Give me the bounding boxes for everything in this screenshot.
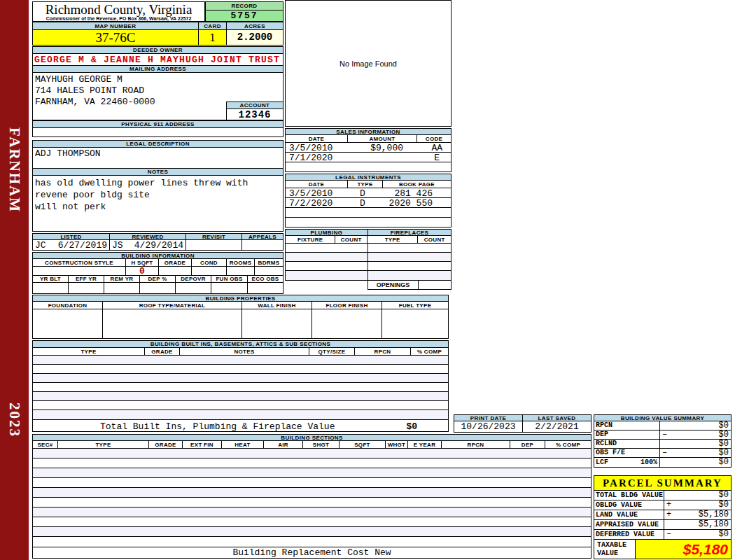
card-value: 1 bbox=[198, 29, 227, 46]
bvs-row-value: $0 bbox=[659, 457, 732, 468]
listed-by: JC bbox=[35, 240, 46, 251]
building-sections-row bbox=[32, 526, 592, 537]
bs-header-type: TYPE bbox=[58, 441, 149, 448]
reviewed-date: 4/29/2014 bbox=[134, 240, 183, 251]
parcel-row-name: LAND VALUE bbox=[594, 510, 664, 520]
appeals-value bbox=[242, 240, 283, 250]
parcel-row-name: DEFERRED VALUE bbox=[594, 529, 664, 540]
built-ins-header-rpcn: RPCN bbox=[355, 348, 411, 355]
built-ins-row bbox=[32, 410, 449, 420]
bs-header-heat: HEAT bbox=[222, 441, 264, 448]
parcel-row-value: $5,180 bbox=[664, 519, 732, 530]
bs-header-comp: % COMP bbox=[545, 441, 591, 448]
notes-line-3: will not perk bbox=[35, 201, 283, 213]
sales-row: 7/1/2020 E bbox=[285, 152, 451, 162]
built-ins-row bbox=[32, 364, 449, 374]
parcel-row-name: TOTAL BLDG VALUE bbox=[594, 490, 664, 500]
sidebar-year-label: 2023 bbox=[0, 396, 29, 444]
parcel-row-value: $0 bbox=[664, 490, 732, 500]
built-ins-header-grade: GRADE bbox=[145, 348, 180, 355]
plumbing-fireplaces-row bbox=[285, 270, 451, 281]
instruments-header-type: TYPE bbox=[348, 181, 383, 188]
bi-header-ecoobs: ECO OBS bbox=[248, 276, 283, 282]
building-sections-row bbox=[32, 458, 592, 468]
openings-value bbox=[418, 280, 451, 290]
building-sections-row bbox=[32, 448, 592, 458]
bi-header-construction-style: CONSTRUCTION STYLE bbox=[33, 259, 126, 266]
plumbing-fireplaces-row bbox=[285, 252, 451, 262]
building-sections-row bbox=[32, 536, 592, 547]
bs-header-air: AIR bbox=[264, 441, 303, 448]
built-ins-total-row: Total Built Ins, Plumbing & Fireplace Va… bbox=[32, 419, 449, 432]
county-subtitle: Commissioner of the Revenue, PO Box 366,… bbox=[33, 16, 204, 21]
parcel-row-name: OBLDG VALUE bbox=[594, 500, 664, 510]
fireplaces-header-type: TYPE bbox=[368, 236, 418, 243]
instrument-row: 3/5/2010 D 281 426 bbox=[285, 188, 451, 198]
review-header-revisit: REVISIT bbox=[186, 234, 242, 239]
bp-header-wall: WALL FINISH bbox=[242, 302, 312, 309]
bi-header-hsqft: H SQFT bbox=[126, 259, 159, 266]
bi-header-effyr: EFF YR bbox=[69, 276, 104, 282]
sales-row bbox=[285, 162, 451, 172]
county-title: Richmond County, Virginia bbox=[33, 2, 204, 16]
instrument-row bbox=[285, 207, 451, 218]
bvs-name: LCF bbox=[596, 458, 608, 466]
building-info-value-row-1: 0 bbox=[32, 266, 284, 276]
reviewed-by: JS bbox=[112, 240, 123, 251]
openings-label: OPENINGS bbox=[368, 280, 419, 290]
notes-line-1: has old dwelling power lines threw with bbox=[35, 177, 283, 189]
bs-header-whgt: WHGT bbox=[386, 441, 408, 448]
built-ins-header-notes: NOTES bbox=[180, 348, 309, 355]
bs-header-sqft: SQFT bbox=[340, 441, 386, 448]
parcel-op: – bbox=[666, 530, 671, 539]
listed-date: 6/27/2019 bbox=[58, 240, 107, 251]
sales-header-amount: AMOUNT bbox=[348, 135, 417, 142]
bvs-row-value: – $0 bbox=[659, 448, 732, 458]
notes-box: has old dwelling power lines threw with … bbox=[32, 175, 284, 232]
bvs-row-value: – $0 bbox=[659, 430, 732, 440]
property-record-card: FARNHAM 2023 Richmond County, Virginia C… bbox=[0, 0, 735, 560]
hsqft-value: 0 bbox=[126, 267, 159, 275]
instrument-row: 7/2/2020 D 2020 550 bbox=[285, 197, 451, 208]
building-properties-body bbox=[32, 309, 449, 339]
bvs-pct: 100% bbox=[640, 458, 657, 467]
bvs-row-value: $0 bbox=[659, 439, 732, 449]
review-value-row: JC 6/27/2019 JS 4/29/2014 bbox=[32, 239, 284, 251]
parcel-row-value: + $0 bbox=[664, 500, 732, 510]
building-sections-row bbox=[32, 497, 592, 507]
bs-header-shgt: SHGT bbox=[303, 441, 340, 448]
bvs-value: $0 bbox=[719, 449, 729, 457]
bvs-row: DEP bbox=[594, 430, 660, 440]
bs-header-grade: GRADE bbox=[149, 441, 183, 448]
bi-header-remyr: REM YR bbox=[104, 276, 140, 282]
taxable-value-label: TAXABLE VALUE bbox=[594, 539, 636, 559]
building-sections-row bbox=[32, 487, 592, 498]
building-sections-row bbox=[32, 517, 592, 527]
built-ins-row bbox=[32, 373, 449, 383]
bi-header-bdrms: BDRMS bbox=[255, 259, 283, 266]
bvs-op: – bbox=[662, 430, 667, 439]
sidebar-district-label: FARNHAM bbox=[0, 118, 29, 223]
bp-header-foundation: FOUNDATION bbox=[33, 302, 103, 309]
built-ins-row bbox=[32, 391, 449, 401]
acres-value: 2.2000 bbox=[226, 29, 284, 46]
footer-row: Building Replacement Cost New bbox=[32, 547, 592, 559]
bs-header-dep: DEP bbox=[510, 441, 545, 448]
parcel-summary-title: PARCEL SUMMARY bbox=[603, 477, 722, 489]
record-value: 5757 bbox=[205, 10, 284, 22]
map-number-value: 37-76C bbox=[32, 29, 199, 46]
taxable-value-box: $5,180 bbox=[635, 539, 732, 559]
building-sections-row bbox=[32, 507, 592, 517]
review-header-appeals: APPEALS bbox=[242, 234, 283, 239]
built-ins-total-value: $0 bbox=[406, 421, 417, 432]
sales-header-code: CODE bbox=[417, 135, 451, 142]
bi-header-funobs: FUN OBS bbox=[211, 276, 248, 282]
built-ins-header-comp: % COMP bbox=[411, 348, 448, 355]
sidebar bbox=[0, 0, 29, 560]
bi-header-dep: DEP % bbox=[140, 276, 176, 282]
bs-header-sec: SEC# bbox=[33, 441, 58, 448]
plumbing-fireplaces-row bbox=[285, 243, 451, 253]
building-sections-row bbox=[32, 477, 592, 488]
fireplaces-header-count: COUNT bbox=[418, 236, 451, 243]
bp-header-roof: ROOF TYPE/MATERIAL bbox=[103, 302, 242, 309]
